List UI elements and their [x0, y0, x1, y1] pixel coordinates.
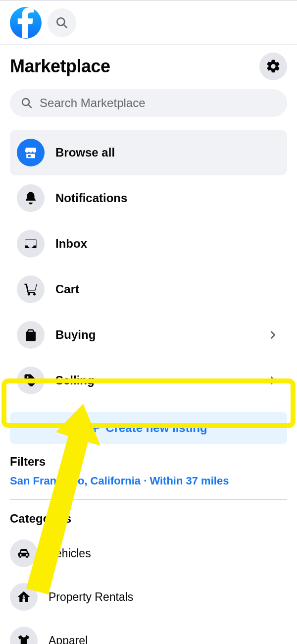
category-apparel[interactable]: Apparel — [10, 619, 287, 644]
facebook-logo[interactable] — [10, 7, 42, 39]
plus-icon — [90, 423, 100, 433]
bag-icon — [17, 321, 45, 349]
category-label: Vehicles — [49, 547, 91, 560]
nav-label: Inbox — [55, 237, 87, 251]
nav-browse-all[interactable]: Browse all — [10, 130, 287, 175]
search-icon — [21, 97, 33, 109]
categories-heading: Categories — [10, 512, 287, 526]
svg-line-3 — [28, 105, 31, 107]
nav-notifications[interactable]: Notifications — [10, 175, 287, 221]
nav-cart[interactable]: Cart — [10, 267, 287, 312]
page-title: Marketplace — [10, 56, 110, 77]
gear-icon — [265, 58, 281, 74]
category-property-rentals[interactable]: $ Property Rentals — [10, 575, 287, 619]
global-search-button[interactable] — [48, 8, 76, 37]
nav-label: Buying — [55, 328, 96, 342]
car-icon — [10, 539, 38, 567]
facebook-f-icon — [16, 7, 36, 38]
settings-button[interactable] — [259, 53, 287, 80]
divider — [10, 499, 287, 500]
chevron-right-icon — [267, 329, 278, 340]
search-input[interactable] — [40, 96, 276, 110]
filters-heading: Filters — [10, 455, 287, 469]
bell-icon — [17, 184, 45, 212]
nav-label: Notifications — [55, 191, 127, 205]
svg-text:$: $ — [23, 594, 25, 599]
create-new-listing-button[interactable]: Create new listing — [10, 412, 287, 444]
shirt-icon — [10, 627, 38, 644]
nav-label: Browse all — [55, 146, 115, 160]
nav-label: Cart — [55, 282, 79, 296]
nav-selling[interactable]: Selling — [10, 358, 287, 403]
location-filter[interactable]: San Francisco, California · Within 37 mi… — [10, 475, 287, 487]
filter-location: San Francisco, California — [10, 475, 141, 487]
tag-icon — [17, 367, 45, 394]
create-listing-label: Create new listing — [105, 421, 207, 435]
category-label: Property Rentals — [49, 590, 133, 604]
chevron-right-icon — [267, 375, 278, 386]
category-label: Apparel — [49, 634, 88, 644]
inbox-icon — [17, 230, 45, 258]
search-icon — [55, 16, 68, 29]
nav-label: Selling — [55, 374, 95, 387]
svg-line-1 — [63, 24, 67, 28]
filter-radius: Within 37 miles — [149, 475, 229, 487]
filter-separator: · — [141, 475, 149, 487]
cart-icon — [17, 275, 45, 303]
marketplace-search[interactable] — [10, 89, 287, 117]
category-vehicles[interactable]: Vehicles — [10, 532, 287, 575]
house-icon: $ — [10, 583, 38, 611]
nav-buying[interactable]: Buying — [10, 312, 287, 358]
store-icon — [17, 139, 45, 166]
nav-inbox[interactable]: Inbox — [10, 221, 287, 267]
